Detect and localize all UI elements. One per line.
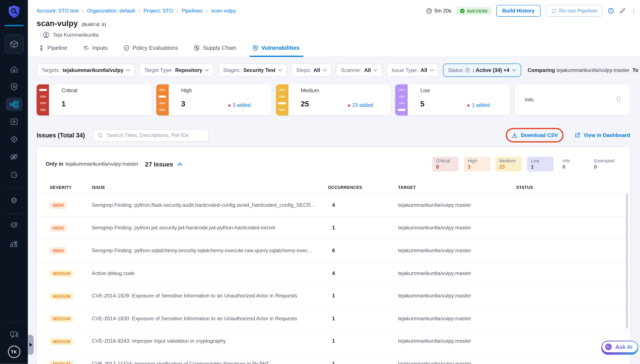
tab-policy-evaluations[interactable]: Policy Evaluations [123,41,179,56]
chevron-down-icon [512,69,516,72]
filter-stages[interactable]: Stages:Security Test [218,64,287,77]
refresh-icon [551,8,557,14]
user-icon [43,32,50,38]
scrollbar[interactable] [626,194,628,329]
issue-title: Semgrep Finding: python.sqlalchemy.secur… [92,248,328,253]
group-target: tejakummarikuntla/vulpy:master [66,161,139,167]
breadcrumb-pipelines[interactable]: Pipelines [182,8,203,14]
chevron-right-icon [206,8,208,14]
module-switcher-button[interactable] [4,34,24,54]
table-row[interactable]: HIGH Semgrep Finding: python.flask.secur… [37,194,630,216]
sidebar-divider [6,322,22,322]
filter-scanner[interactable]: Scanner:All [336,64,382,77]
sto-logo-icon[interactable] [7,5,21,21]
build-id: (Build Id: 6) [82,22,106,27]
chevron-right-icon [82,8,84,14]
chip-critical[interactable]: Critical0 [432,156,459,172]
breadcrumb-current[interactable]: scan-vulpy [211,8,236,14]
filter-targets[interactable]: Targets:tejakummarikuntla/vulpy [37,64,135,77]
breadcrumb-account[interactable]: Account: STO test [37,8,79,14]
target: tejakummarikuntla/vulpy:master [398,293,516,299]
layers-gear-icon[interactable] [6,219,22,232]
breadcrumb-org[interactable]: Organization: default [87,8,135,14]
collapse-chevron-icon[interactable] [177,162,182,166]
build-duration: 5m 20s [426,8,452,14]
issue-title: Semgrep Finding: python.jwt.security.jwt… [92,225,328,231]
eye-off-icon[interactable] [6,150,22,163]
chevron-right-icon [138,8,140,14]
user-avatar[interactable]: TK [8,346,20,358]
tab-supply-chain[interactable]: Supply Chain [193,41,237,56]
medium-added-link[interactable]: 23 added [347,102,373,108]
chip-exempted[interactable]: Exempted0 [590,156,618,172]
chip-high[interactable]: High3 [464,156,490,172]
table-row[interactable]: MEDIUM Active debug code 4 tejakummariku… [37,262,630,284]
tab-pipeline[interactable]: Pipeline [38,41,68,56]
shield-check-icon [123,45,130,51]
severity-meter-icon [276,84,288,116]
table-row[interactable]: MEDIUM CVE-2017-11424: Improper Verifica… [37,352,630,364]
medium-count: 25 [301,100,309,108]
issues-panel: Only in tejakummarikuntla/vulpy:master 2… [37,147,630,364]
executions-icon[interactable] [6,115,22,128]
high-added-link[interactable]: 3 added [228,102,251,108]
getting-started-icon[interactable] [6,168,22,182]
severity-badge: HIGH [50,247,67,254]
edit-pencil-icon[interactable] [619,8,626,14]
filter-issue-type[interactable]: Issue Type:All [387,64,439,77]
targets-icon[interactable] [6,132,22,146]
severity-meter-icon [156,84,169,116]
sidebar-expand-handle[interactable] [28,335,34,355]
org-gear-icon[interactable] [6,237,22,250]
low-count: 5 [420,100,424,108]
build-history-button[interactable]: Build History [496,5,541,16]
filter-steps[interactable]: Steps:All [291,64,332,77]
filter-status[interactable]: Status : Active (34) +4 [443,64,521,77]
home-icon[interactable] [6,63,22,76]
ask-ai-button[interactable]: Ask AI [602,340,638,355]
severity-meter-icon [37,84,49,116]
issue-title: CVE-2016-9243: Improper input validation… [92,338,328,344]
target: tejakummarikuntla/vulpy:master [398,248,516,253]
active-module-indicator [4,25,24,26]
breadcrumb-project[interactable]: Project: STO [144,8,173,14]
table-row[interactable]: MEDIUM CVE-2014-1830: Exposure of Sensit… [37,307,630,330]
chevron-down-icon [278,69,282,72]
severity-badge: HIGH [50,225,67,232]
tab-vulnerabilities[interactable]: Vulnerabilities [251,41,300,56]
info-icon[interactable] [608,8,614,14]
chip-medium[interactable]: Medium23 [496,156,522,172]
table-row[interactable]: HIGH Semgrep Finding: python.jwt.securit… [37,216,630,239]
pipelines-icon[interactable] [6,98,22,111]
occurrences: 1 [328,293,398,299]
rerun-pipeline-button[interactable]: Re-run Pipeline [546,5,603,16]
low-added-link[interactable]: 1 added [467,102,490,108]
chevron-down-icon [323,69,327,72]
table-row[interactable]: HIGH Semgrep Finding: python.sqlalchemy.… [37,239,630,262]
kebab-menu-icon[interactable] [631,8,637,14]
clock-icon [426,8,432,14]
critical-count: 1 [62,100,66,108]
help-chat-icon[interactable]: ? [6,328,22,342]
settings-gear-icon[interactable]: ⚙ [6,194,22,207]
tab-inputs[interactable]: Inputs [82,41,108,56]
overview-shield-icon[interactable] [6,80,22,94]
severity-badge: HIGH [50,202,67,209]
filter-target-type[interactable]: Target Type:Repository [139,64,214,77]
high-count: 3 [181,100,185,108]
view-in-dashboard-button[interactable]: View in Dashboard [574,132,630,138]
occurrences: 6 [328,248,398,253]
severity-badge: MEDIUM [50,315,73,322]
comparing-text: Comparing tejakummarikuntla/vulpy:master… [527,67,640,73]
table-row[interactable]: MEDIUM CVE-2016-9243: Improper input val… [37,330,630,352]
issue-title: Active debug code [92,270,328,276]
card-critical: Critical 1 [37,84,152,116]
table-row[interactable]: MEDIUM CVE-2014-1829: Exposure of Sensit… [37,284,630,307]
search-input[interactable] [106,132,205,138]
breadcrumb: Account: STO test Organization: default … [37,8,236,14]
svg-text:?: ? [13,332,15,336]
chip-low[interactable]: Low1 [527,156,553,172]
chip-info[interactable]: Info0 [559,156,585,172]
download-csv-button[interactable]: Download CSV [512,132,558,138]
download-csv-wrap: Download CSV [507,129,563,142]
